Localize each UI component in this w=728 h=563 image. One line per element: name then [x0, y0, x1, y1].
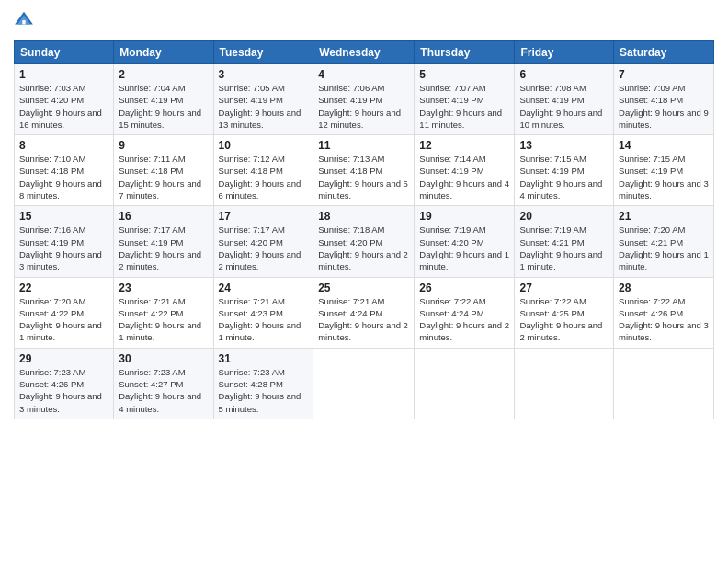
calendar-cell: 29 Sunrise: 7:23 AMSunset: 4:26 PMDaylig…	[15, 348, 114, 419]
day-number: 28	[619, 282, 709, 294]
day-number: 22	[19, 282, 108, 294]
calendar-cell: 2 Sunrise: 7:04 AMSunset: 4:19 PMDayligh…	[114, 64, 213, 135]
logo-icon	[14, 9, 34, 29]
day-number: 27	[519, 282, 609, 294]
calendar-week-5: 29 Sunrise: 7:23 AMSunset: 4:26 PMDaylig…	[15, 348, 714, 419]
day-details: Sunrise: 7:23 AMSunset: 4:26 PMDaylight:…	[19, 367, 102, 414]
day-number: 29	[19, 352, 108, 365]
calendar-table: SundayMondayTuesdayWednesdayThursdayFrid…	[14, 40, 714, 419]
day-details: Sunrise: 7:20 AMSunset: 4:22 PMDaylight:…	[19, 296, 102, 343]
day-details: Sunrise: 7:08 AMSunset: 4:19 PMDaylight:…	[519, 83, 602, 130]
day-number: 14	[619, 139, 709, 152]
day-number: 20	[519, 210, 609, 223]
calendar-cell: 24 Sunrise: 7:21 AMSunset: 4:23 PMDaylig…	[213, 277, 313, 348]
day-of-week-sunday: Sunday	[15, 41, 114, 64]
day-details: Sunrise: 7:19 AMSunset: 4:20 PMDaylight:…	[419, 224, 509, 271]
day-of-week-thursday: Thursday	[415, 41, 515, 64]
day-number: 2	[119, 68, 208, 81]
calendar-cell	[415, 348, 515, 419]
day-number: 19	[419, 210, 509, 223]
svg-rect-2	[22, 20, 25, 24]
calendar-body: 1 Sunrise: 7:03 AMSunset: 4:20 PMDayligh…	[15, 64, 714, 419]
calendar-cell	[313, 348, 415, 419]
day-details: Sunrise: 7:15 AMSunset: 4:19 PMDaylight:…	[619, 154, 709, 201]
calendar-cell: 15 Sunrise: 7:16 AMSunset: 4:19 PMDaylig…	[15, 206, 114, 277]
day-number: 10	[219, 139, 309, 152]
calendar-cell: 30 Sunrise: 7:23 AMSunset: 4:27 PMDaylig…	[114, 348, 213, 419]
calendar-cell: 18 Sunrise: 7:18 AMSunset: 4:20 PMDaylig…	[313, 206, 415, 277]
calendar-cell: 13 Sunrise: 7:15 AMSunset: 4:19 PMDaylig…	[515, 135, 614, 206]
day-details: Sunrise: 7:22 AMSunset: 4:25 PMDaylight:…	[519, 296, 602, 343]
day-number: 13	[519, 139, 609, 152]
day-number: 31	[219, 352, 309, 365]
day-details: Sunrise: 7:10 AMSunset: 4:18 PMDaylight:…	[19, 154, 102, 201]
calendar-cell: 6 Sunrise: 7:08 AMSunset: 4:19 PMDayligh…	[515, 64, 614, 135]
calendar-cell: 11 Sunrise: 7:13 AMSunset: 4:18 PMDaylig…	[313, 135, 415, 206]
day-number: 1	[19, 68, 108, 81]
day-number: 26	[419, 282, 509, 294]
calendar-cell: 16 Sunrise: 7:17 AMSunset: 4:19 PMDaylig…	[114, 206, 213, 277]
calendar-cell: 25 Sunrise: 7:21 AMSunset: 4:24 PMDaylig…	[313, 277, 415, 348]
day-number: 17	[219, 210, 309, 223]
day-of-week-monday: Monday	[114, 41, 213, 64]
day-details: Sunrise: 7:11 AMSunset: 4:18 PMDaylight:…	[119, 154, 201, 201]
day-of-week-wednesday: Wednesday	[313, 41, 415, 64]
day-details: Sunrise: 7:07 AMSunset: 4:19 PMDaylight:…	[419, 83, 502, 130]
calendar-week-3: 15 Sunrise: 7:16 AMSunset: 4:19 PMDaylig…	[15, 206, 714, 277]
day-number: 11	[318, 139, 409, 152]
calendar-cell: 12 Sunrise: 7:14 AMSunset: 4:19 PMDaylig…	[415, 135, 515, 206]
day-number: 15	[19, 210, 108, 223]
calendar-cell: 26 Sunrise: 7:22 AMSunset: 4:24 PMDaylig…	[415, 277, 515, 348]
page-container: SundayMondayTuesdayWednesdayThursdayFrid…	[0, 0, 728, 429]
day-number: 25	[318, 282, 409, 294]
calendar-cell: 4 Sunrise: 7:06 AMSunset: 4:19 PMDayligh…	[313, 64, 415, 135]
day-number: 12	[419, 139, 509, 152]
calendar-cell: 7 Sunrise: 7:09 AMSunset: 4:18 PMDayligh…	[614, 64, 714, 135]
day-details: Sunrise: 7:09 AMSunset: 4:18 PMDaylight:…	[619, 83, 709, 130]
calendar-cell: 8 Sunrise: 7:10 AMSunset: 4:18 PMDayligh…	[15, 135, 114, 206]
day-of-week-tuesday: Tuesday	[213, 41, 313, 64]
day-number: 30	[119, 352, 208, 365]
day-number: 3	[219, 68, 309, 81]
day-details: Sunrise: 7:23 AMSunset: 4:28 PMDaylight:…	[219, 367, 301, 414]
day-number: 7	[619, 68, 709, 81]
day-details: Sunrise: 7:18 AMSunset: 4:20 PMDaylight:…	[318, 224, 408, 271]
calendar-week-1: 1 Sunrise: 7:03 AMSunset: 4:20 PMDayligh…	[15, 64, 714, 135]
days-of-week-header: SundayMondayTuesdayWednesdayThursdayFrid…	[15, 41, 714, 64]
calendar-cell: 28 Sunrise: 7:22 AMSunset: 4:26 PMDaylig…	[614, 277, 714, 348]
calendar-week-2: 8 Sunrise: 7:10 AMSunset: 4:18 PMDayligh…	[15, 135, 714, 206]
calendar-cell: 19 Sunrise: 7:19 AMSunset: 4:20 PMDaylig…	[415, 206, 515, 277]
day-number: 5	[419, 68, 509, 81]
day-number: 16	[119, 210, 208, 223]
calendar-cell: 10 Sunrise: 7:12 AMSunset: 4:18 PMDaylig…	[213, 135, 313, 206]
calendar-week-4: 22 Sunrise: 7:20 AMSunset: 4:22 PMDaylig…	[15, 277, 714, 348]
day-details: Sunrise: 7:22 AMSunset: 4:26 PMDaylight:…	[619, 296, 709, 343]
day-details: Sunrise: 7:19 AMSunset: 4:21 PMDaylight:…	[519, 224, 602, 271]
day-details: Sunrise: 7:20 AMSunset: 4:21 PMDaylight:…	[619, 224, 709, 271]
day-details: Sunrise: 7:04 AMSunset: 4:19 PMDaylight:…	[119, 83, 201, 130]
day-number: 9	[119, 139, 208, 152]
calendar-cell	[515, 348, 614, 419]
calendar-cell: 5 Sunrise: 7:07 AMSunset: 4:19 PMDayligh…	[415, 64, 515, 135]
calendar-cell: 23 Sunrise: 7:21 AMSunset: 4:22 PMDaylig…	[114, 277, 213, 348]
calendar-cell: 14 Sunrise: 7:15 AMSunset: 4:19 PMDaylig…	[614, 135, 714, 206]
day-details: Sunrise: 7:21 AMSunset: 4:22 PMDaylight:…	[119, 296, 201, 343]
day-number: 8	[19, 139, 108, 152]
logo	[14, 9, 36, 33]
day-number: 6	[519, 68, 609, 81]
calendar-cell: 31 Sunrise: 7:23 AMSunset: 4:28 PMDaylig…	[213, 348, 313, 419]
day-details: Sunrise: 7:14 AMSunset: 4:19 PMDaylight:…	[419, 154, 509, 201]
calendar-cell: 17 Sunrise: 7:17 AMSunset: 4:20 PMDaylig…	[213, 206, 313, 277]
day-details: Sunrise: 7:23 AMSunset: 4:27 PMDaylight:…	[119, 367, 201, 414]
calendar-cell	[614, 348, 714, 419]
day-details: Sunrise: 7:17 AMSunset: 4:20 PMDaylight:…	[219, 224, 301, 271]
day-of-week-saturday: Saturday	[614, 41, 714, 64]
day-details: Sunrise: 7:06 AMSunset: 4:19 PMDaylight:…	[318, 83, 401, 130]
day-number: 23	[119, 282, 208, 294]
day-number: 24	[219, 282, 309, 294]
day-details: Sunrise: 7:05 AMSunset: 4:19 PMDaylight:…	[219, 83, 301, 130]
day-details: Sunrise: 7:12 AMSunset: 4:18 PMDaylight:…	[219, 154, 301, 201]
day-details: Sunrise: 7:21 AMSunset: 4:23 PMDaylight:…	[219, 296, 301, 343]
calendar-cell: 22 Sunrise: 7:20 AMSunset: 4:22 PMDaylig…	[15, 277, 114, 348]
calendar-cell: 27 Sunrise: 7:22 AMSunset: 4:25 PMDaylig…	[515, 277, 614, 348]
